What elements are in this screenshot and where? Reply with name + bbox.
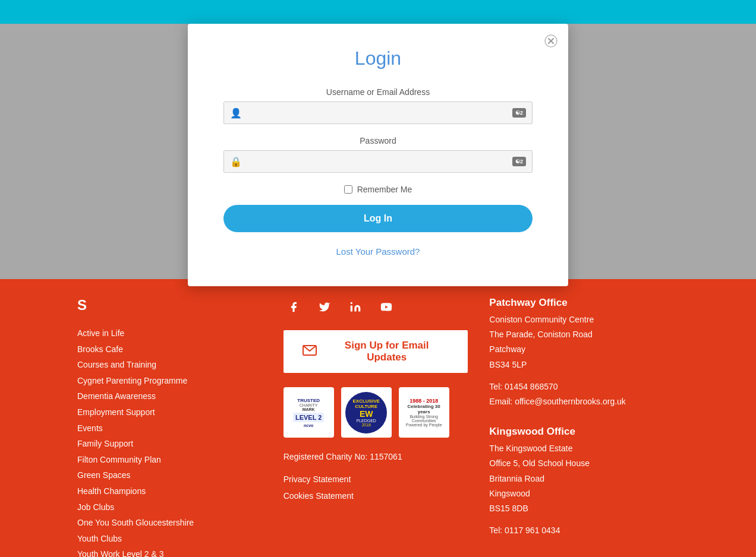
patchway-tel: Tel: 01454 868570	[489, 379, 672, 394]
footer-inner: S Active in LifeBrooks CafeCourses and T…	[77, 297, 672, 557]
patchway-email: Email: office@southernbrooks.org.uk	[489, 394, 672, 409]
charity-number: Registered Charity No: 1157061	[284, 452, 466, 461]
30years-badge: 1988 - 2018 Celebrating 30 years Buildin…	[399, 387, 449, 438]
kingswood-tel: Tel: 0117 961 0434	[489, 523, 672, 538]
linkedin-icon[interactable]	[345, 297, 366, 317]
nav-link[interactable]: Health Champions	[77, 483, 260, 499]
svg-point-3	[350, 302, 352, 304]
modal-title: Login	[223, 48, 533, 69]
page-background: Login Username or Email Address 👤 ☯2 Pas…	[0, 24, 756, 279]
password-badge: ☯2	[512, 157, 526, 166]
nav-link[interactable]: One You South Gloucestershire	[77, 515, 260, 531]
email-icon	[303, 344, 317, 359]
password-label: Password	[223, 136, 533, 145]
nav-link[interactable]: Courses and Training	[77, 357, 260, 373]
lock-icon: 🔒	[230, 156, 242, 167]
username-input-wrapper: 👤 ☯2	[223, 102, 533, 124]
cookies-link[interactable]: Cookies Statement	[284, 488, 466, 504]
nav-link[interactable]: Green Spaces	[77, 467, 260, 483]
footer-col-social: Sign Up for Email Updates TRUSTED CHARIT…	[284, 297, 466, 557]
username-badge: ☯2	[512, 108, 526, 118]
password-input-wrapper: 🔒 ☯2	[223, 150, 533, 173]
remember-label[interactable]: Remember Me	[357, 185, 412, 194]
nav-link[interactable]: Job Clubs	[77, 499, 260, 515]
password-input[interactable]	[247, 151, 512, 172]
badges-row: TRUSTED CHARITY MARK LEVEL 2 ncvo EXCLUS…	[284, 387, 466, 438]
footer: S Active in LifeBrooks CafeCourses and T…	[0, 279, 756, 557]
patchway-office: Patchway Office Coniston Community Centr…	[489, 297, 672, 409]
nav-link[interactable]: Active in Life	[77, 325, 260, 341]
nav-link[interactable]: Family Support	[77, 436, 260, 452]
footer-col-nav: S Active in LifeBrooks CafeCourses and T…	[77, 297, 260, 557]
lost-password-link[interactable]: Lost Your Password?	[223, 246, 533, 257]
kingswood-office-title: Kingswood Office	[489, 426, 672, 438]
modal-overlay: Login Username or Email Address 👤 ☯2 Pas…	[0, 24, 756, 279]
social-row	[284, 297, 466, 317]
facebook-icon[interactable]	[284, 297, 304, 317]
patchway-address: Coniston Community CentreThe Parade, Con…	[489, 312, 672, 372]
nav-link[interactable]: Youth Work Level 2 & 3	[77, 546, 260, 557]
username-input[interactable]	[247, 102, 512, 124]
login-modal: Login Username or Email Address 👤 ☯2 Pas…	[188, 24, 568, 286]
nav-link[interactable]: Filton Community Plan	[77, 452, 260, 468]
kingswood-office: Kingswood Office The Kingswood EstateOff…	[489, 426, 672, 538]
kingswood-address: The Kingswood EstateOffice 5, Old School…	[489, 441, 672, 516]
email-signup-button[interactable]: Sign Up for Email Updates	[284, 330, 468, 373]
privacy-link[interactable]: Privacy Statement	[284, 471, 466, 488]
footer-col-offices: Patchway Office Coniston Community Centr…	[489, 297, 672, 557]
nav-link[interactable]: Dementia Awareness	[77, 388, 260, 404]
login-button[interactable]: Log In	[223, 205, 533, 232]
username-group: Username or Email Address 👤 ☯2	[223, 87, 533, 124]
footer-section-title: S	[77, 297, 260, 314]
nav-link[interactable]: Employment Support	[77, 404, 260, 420]
nav-link[interactable]: Brooks Cafe	[77, 341, 260, 357]
footer-nav-list: Active in LifeBrooks CafeCourses and Tra…	[77, 325, 260, 557]
email-signup-label: Sign Up for Email Updates	[325, 340, 449, 363]
twitter-icon[interactable]	[314, 297, 335, 317]
top-bar	[0, 0, 756, 24]
remember-checkbox[interactable]	[344, 185, 352, 194]
username-label: Username or Email Address	[223, 87, 533, 97]
nav-link[interactable]: Cygnet Parenting Programme	[77, 373, 260, 389]
ew-badge: EXCLUSIVE CULTURE EW PLEDGED 2018	[341, 387, 392, 438]
close-icon	[544, 34, 557, 48]
ncvo-badge: TRUSTED CHARITY MARK LEVEL 2 ncvo	[284, 387, 334, 438]
close-button[interactable]	[542, 32, 560, 50]
user-icon: 👤	[230, 107, 242, 119]
youtube-icon[interactable]	[376, 297, 396, 317]
password-group: Password 🔒 ☯2	[223, 136, 533, 173]
patchway-office-title: Patchway Office	[489, 297, 672, 309]
nav-link[interactable]: Events	[77, 420, 260, 436]
remember-row: Remember Me	[223, 185, 533, 194]
nav-link[interactable]: Youth Clubs	[77, 531, 260, 547]
